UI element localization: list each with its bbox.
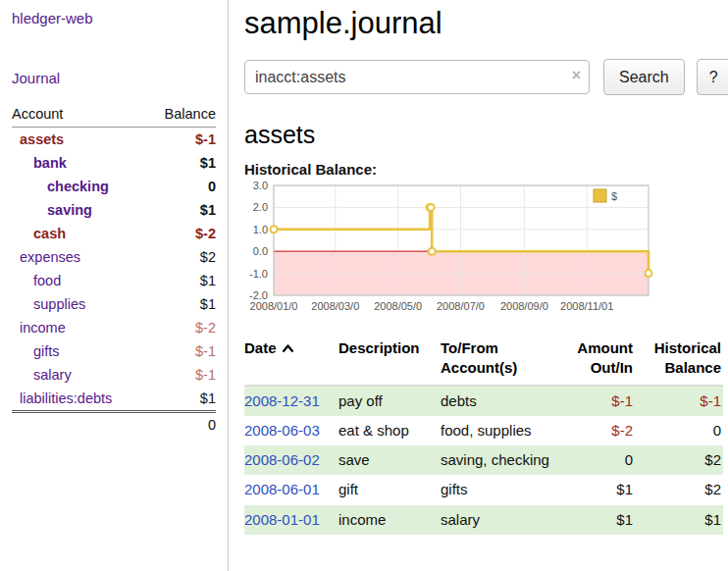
account-link[interactable]: assets: [20, 131, 64, 147]
account-balance: $-1: [147, 363, 216, 387]
account-row: bank $1: [12, 151, 216, 175]
register-header-row: Date Description To/From Account(s) Amou…: [244, 335, 723, 386]
search-bar: × Search ?: [244, 59, 728, 95]
transaction-balance: $-1: [635, 386, 723, 416]
sort-asc-icon: [282, 339, 294, 356]
account-balance: 0: [147, 175, 216, 198]
transaction-accounts: salary: [441, 505, 566, 535]
table-row: 2008-06-01 gift gifts $1 $2: [244, 475, 723, 504]
register-header-balance: Historical Balance: [635, 335, 723, 386]
transaction-amount: $-2: [566, 416, 635, 445]
transaction-accounts: food, supplies: [441, 416, 566, 445]
account-link[interactable]: cash: [33, 226, 66, 241]
account-balance: $-1: [147, 339, 216, 363]
accounts-total-value: 0: [147, 412, 216, 438]
account-row: gifts $-1: [12, 339, 216, 363]
account-balance: $1: [147, 269, 216, 292]
account-row: salary $-1: [12, 363, 216, 387]
transaction-amount: $1: [566, 475, 635, 504]
account-link[interactable]: checking: [47, 179, 109, 194]
account-link[interactable]: food: [33, 273, 61, 288]
account-balance: $1: [147, 198, 216, 222]
account-row: saving $1: [12, 198, 216, 222]
account-balance: $1: [147, 292, 216, 316]
svg-text:2008/07/0: 2008/07/0: [437, 300, 485, 312]
register-header-date[interactable]: Date: [244, 335, 338, 386]
main-content: sample.journal × Search ? assets Histori…: [229, 0, 728, 571]
account-link[interactable]: gifts: [33, 343, 60, 359]
register-header-description: Description: [338, 335, 441, 386]
account-balance: $1: [147, 387, 216, 412]
account-row: food $1: [12, 269, 216, 292]
sidebar-item-journal[interactable]: Journal: [12, 70, 216, 86]
transaction-balance: $2: [635, 445, 723, 475]
register-header-date-label: Date: [244, 339, 277, 356]
transaction-amount: 0: [566, 445, 635, 475]
table-row: 2008-06-02 save saving, checking 0 $2: [244, 445, 723, 475]
account-row: cash $-2: [12, 222, 216, 245]
balance-chart-svg: 3.02.01.00.0-1.0-2.02008/01/02008/03/020…: [244, 182, 656, 325]
accounts-header-balance: Balance: [147, 102, 216, 128]
transaction-accounts: debts: [441, 386, 566, 416]
account-link[interactable]: expenses: [20, 249, 80, 265]
table-row: 2008-06-03 eat & shop food, supplies $-2…: [244, 416, 723, 445]
transaction-balance: 0: [635, 416, 723, 445]
svg-text:2.0: 2.0: [253, 201, 268, 213]
table-row: 2008-12-31 pay off debts $-1 $-1: [244, 386, 723, 416]
svg-text:2008/09/0: 2008/09/0: [500, 300, 548, 312]
accounts-table: Account Balance assets $-1 bank $1 check…: [12, 102, 216, 437]
transaction-date-link[interactable]: 2008-01-01: [244, 511, 320, 528]
account-link[interactable]: income: [20, 320, 66, 336]
clear-search-icon[interactable]: ×: [572, 67, 581, 84]
account-link[interactable]: bank: [33, 155, 67, 171]
transaction-balance: $1: [635, 505, 723, 535]
balance-chart: 3.02.01.00.0-1.0-2.02008/01/02008/03/020…: [244, 182, 728, 325]
register-header-amount: Amount Out/In: [566, 335, 635, 386]
account-row: liabilities:debts $1: [12, 387, 216, 412]
account-link[interactable]: liabilities:debts: [20, 390, 112, 406]
transaction-description: gift: [338, 475, 441, 504]
svg-text:2008/01/0: 2008/01/0: [250, 300, 298, 312]
transaction-date-link[interactable]: 2008-06-03: [244, 422, 320, 439]
transaction-amount: $1: [566, 505, 635, 535]
chart-title: Historical Balance:: [244, 161, 728, 178]
account-balance: $-1: [147, 128, 216, 152]
svg-text:2008/11/01: 2008/11/01: [560, 300, 613, 312]
svg-text:$: $: [611, 190, 617, 202]
sidebar: hledger-web Journal Account Balance asse…: [0, 0, 229, 571]
transaction-date-link[interactable]: 2008-06-02: [244, 451, 320, 468]
transaction-accounts: saving, checking: [441, 445, 566, 475]
account-row: income $-2: [12, 316, 216, 339]
search-input[interactable]: [244, 60, 590, 94]
transaction-description: pay off: [338, 386, 441, 416]
accounts-total-row: 0: [12, 412, 216, 438]
transaction-description: save: [338, 445, 441, 475]
account-balance: $1: [147, 151, 216, 175]
accounts-total-spacer: [12, 412, 147, 438]
transaction-amount: $-1: [566, 386, 635, 416]
transaction-accounts: gifts: [441, 475, 566, 504]
account-link[interactable]: supplies: [33, 296, 85, 312]
transaction-balance: $2: [635, 475, 723, 504]
search-box: ×: [244, 60, 590, 94]
svg-text:1.0: 1.0: [253, 224, 268, 235]
search-button[interactable]: Search: [603, 59, 685, 95]
register-table: Date Description To/From Account(s) Amou…: [244, 335, 723, 535]
transaction-date-link[interactable]: 2008-12-31: [244, 392, 320, 409]
transaction-description: eat & shop: [338, 416, 441, 445]
svg-text:2008/05/0: 2008/05/0: [374, 300, 422, 312]
account-balance: $2: [147, 245, 216, 269]
svg-text:2008/03/0: 2008/03/0: [311, 300, 359, 312]
accounts-header-account: Account: [12, 102, 147, 128]
transaction-date-link[interactable]: 2008-06-01: [244, 481, 320, 497]
account-link[interactable]: salary: [33, 367, 72, 383]
help-button[interactable]: ?: [697, 59, 728, 95]
account-row: checking 0: [12, 175, 216, 198]
account-row: assets $-1: [12, 128, 216, 152]
account-row: expenses $2: [12, 245, 216, 269]
account-row: supplies $1: [12, 292, 216, 316]
brand-link[interactable]: hledger-web: [12, 10, 216, 26]
account-link[interactable]: saving: [47, 202, 92, 218]
table-row: 2008-01-01 income salary $1 $1: [244, 505, 723, 535]
account-balance: $-2: [147, 316, 216, 339]
